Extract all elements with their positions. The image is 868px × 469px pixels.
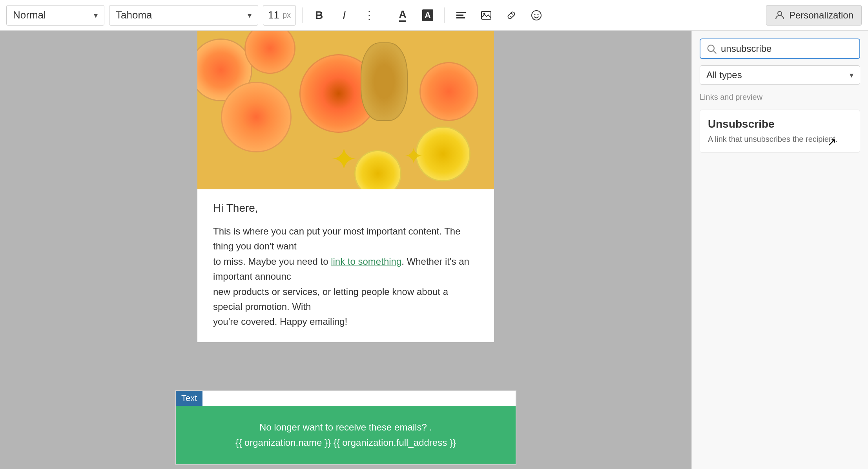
toolbar-divider-3 [444, 7, 445, 23]
email-text-content: Hi There, This is where you can put your… [197, 189, 494, 342]
svg-point-7 [538, 14, 539, 15]
font-select-label: Tahoma [116, 9, 244, 21]
image-button[interactable] [476, 5, 496, 26]
bg-color-label: A [422, 9, 433, 21]
svg-rect-1 [456, 15, 463, 16]
align-icon [456, 10, 467, 21]
email-body: This is where you can put your most impo… [213, 224, 478, 330]
personalization-label: Personalization [789, 10, 853, 21]
font-size-value: 11 [268, 9, 279, 21]
email-link[interactable]: link to something [331, 256, 401, 267]
toolbar-divider-1 [302, 7, 303, 23]
italic-button[interactable]: I [334, 5, 354, 26]
text-block-label: Text [176, 391, 202, 406]
body-line1: This is where you can put your most impo… [213, 226, 461, 251]
link-icon [506, 10, 517, 21]
svg-rect-0 [456, 12, 466, 13]
style-select[interactable]: Normal ▾ [6, 5, 104, 26]
text-color-button[interactable]: A [392, 5, 413, 26]
star-fruit-2: ✦ [404, 142, 423, 170]
svg-point-5 [532, 11, 541, 20]
result-title: Unsubscribe [708, 118, 852, 130]
emoji-button[interactable] [526, 5, 547, 26]
align-button[interactable] [451, 5, 471, 26]
more-button[interactable]: ⋮ [359, 5, 379, 26]
type-filter-label: All types [706, 70, 846, 81]
body-line4: new products or services, or letting peo… [213, 286, 448, 312]
fruit-7 [354, 150, 401, 189]
editor-area: ✦ ✦ Hi There, This is where you can put … [0, 31, 691, 469]
svg-point-8 [778, 11, 782, 15]
body-line5: you're covered. Happy emailing! [213, 316, 347, 327]
search-box[interactable] [700, 38, 860, 59]
type-filter-arrow: ▾ [850, 70, 853, 80]
font-size-box[interactable]: 11 px [263, 5, 296, 26]
image-icon [481, 10, 492, 21]
font-size-unit: px [283, 11, 291, 20]
search-icon [706, 43, 717, 54]
main-area: ✦ ✦ Hi There, This is where you can put … [0, 31, 868, 469]
svg-rect-2 [456, 17, 465, 18]
email-card: ✦ ✦ Hi There, This is where you can put … [197, 31, 494, 342]
body-line2: to miss. Maybe you need to [213, 256, 328, 267]
fruit-3 [221, 82, 292, 152]
email-greeting: Hi There, [213, 202, 478, 214]
style-select-label: Normal [13, 9, 91, 21]
svg-line-10 [713, 51, 716, 53]
search-input[interactable] [721, 43, 854, 54]
font-select-arrow: ▾ [248, 11, 252, 20]
text-block-line2: {{ organization.name }} {{ organization.… [184, 435, 508, 450]
toolbar: Normal ▾ Tahoma ▾ 11 px B I ⋮ A A [0, 0, 868, 31]
bold-button[interactable]: B [309, 5, 329, 26]
svg-point-6 [534, 14, 536, 15]
text-block-container: Text No longer want to receive these ema… [0, 390, 691, 469]
fruit-5 [419, 62, 478, 121]
star-fruit-1: ✦ [331, 141, 357, 178]
section-label: Links and preview [700, 91, 860, 103]
fruit-6 [416, 126, 470, 181]
right-panel: All types ▾ Links and preview Unsubscrib… [691, 31, 868, 469]
svg-rect-3 [481, 11, 491, 19]
personalization-button[interactable]: Personalization [766, 5, 862, 26]
text-block-wrapper[interactable]: Text No longer want to receive these ema… [175, 390, 516, 465]
pineapple [361, 42, 408, 121]
toolbar-divider-2 [386, 7, 386, 23]
email-image: ✦ ✦ [197, 31, 494, 189]
emoji-icon [531, 10, 542, 21]
result-desc: A link that unsubscribes the recipient. [708, 134, 852, 145]
type-filter[interactable]: All types ▾ [700, 65, 860, 85]
result-item-unsubscribe[interactable]: Unsubscribe A link that unsubscribes the… [700, 110, 860, 153]
fruit-background: ✦ ✦ [197, 31, 494, 189]
text-block-content: No longer want to receive these emails? … [176, 406, 516, 464]
text-block-line1: No longer want to receive these emails? … [184, 420, 508, 435]
bg-color-button[interactable]: A [418, 5, 438, 26]
text-color-label: A [399, 8, 407, 22]
link-button[interactable] [501, 5, 522, 26]
style-select-arrow: ▾ [94, 11, 98, 20]
font-select[interactable]: Tahoma ▾ [109, 5, 258, 26]
person-icon [774, 10, 785, 21]
